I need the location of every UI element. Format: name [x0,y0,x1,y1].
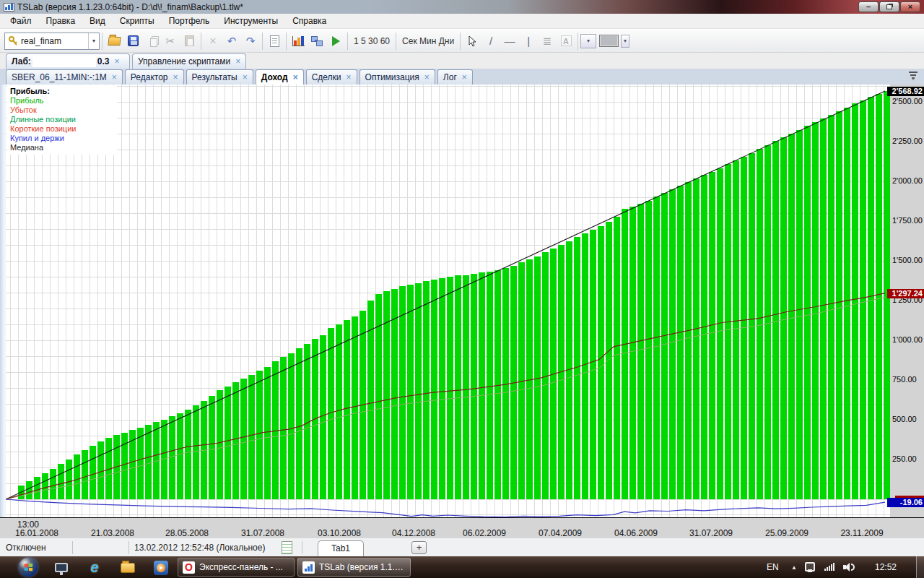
delete-button[interactable]: × [204,32,222,51]
desktop: TSLab (версия 1.1.23.0:64bit) - D:\d\!_f… [0,0,924,578]
language-indicator[interactable]: EN [767,562,779,572]
network-icon[interactable] [824,563,834,571]
add-workspace-button[interactable]: + [411,541,427,554]
diagonal-line-icon: / [489,35,492,46]
minimize-button[interactable]: – [858,1,879,12]
close-icon[interactable]: × [462,73,467,82]
show-desktop-button[interactable] [916,556,924,578]
vertical-line-icon: | [527,35,530,46]
restore-button[interactable] [879,1,899,12]
undo-button[interactable]: ↶ [222,32,241,51]
legend-item-profit[interactable]: Прибыль [10,96,117,105]
workspace-tab[interactable]: Tab1 [318,540,364,557]
close-icon[interactable]: × [115,57,120,66]
close-icon[interactable]: × [346,73,352,82]
taskbar-ie-icon[interactable]: e [84,558,105,577]
close-button[interactable]: × [900,1,920,12]
paste-button[interactable] [180,32,199,51]
last-value-badge: 1'297.24 [887,289,924,298]
tray-expand-icon[interactable]: ▲ [791,564,797,571]
tab-list-icon[interactable] [908,72,918,80]
legend-item-loss[interactable]: Убыток [10,105,117,115]
legend-item-median[interactable]: Медиана [10,143,117,152]
volume-icon[interactable] [843,563,856,571]
save-button[interactable] [123,32,142,51]
tab-optimization[interactable]: Оптимизация× [359,69,435,85]
tab-income[interactable]: Доход× [256,69,304,85]
schema-button[interactable] [308,32,326,51]
style-dropdown[interactable]: ▾ [580,34,596,48]
close-icon[interactable]: × [235,57,240,66]
pointer-tool[interactable] [463,32,481,51]
toolbar-overflow-dropdown[interactable]: ▾ [621,35,629,48]
legend-item-buy-and-hold[interactable]: Купил и держи [10,134,117,143]
last-value-badge: 2'568.92 [887,87,924,96]
legend-item-long-positions[interactable]: Длинные позиции [10,115,117,124]
x-axis-label: 06.02.2009 [463,528,506,538]
close-icon[interactable]: × [424,73,430,82]
start-button[interactable] [19,558,38,577]
tab-sber-agent[interactable]: SBER_06_11-1MIN:-:1M× [6,69,123,85]
chart-button[interactable] [289,32,308,51]
script-manager-tab[interactable]: Управление скриптами × [132,53,246,69]
delete-x-icon: × [209,35,217,47]
opera-icon: O [183,561,195,574]
tab-trades[interactable]: Сделки× [306,69,357,85]
status-bar: Отключен 13.02.2012 12:52:48 (Локальное)… [0,538,924,556]
menu-edit[interactable]: Правка [39,14,83,27]
timeframe-units[interactable]: Сек Мин Дни [398,36,458,46]
taskbar-clock[interactable]: 12:52 [875,562,897,572]
profit-chart[interactable]: Прибыль: ПрибыльУбытокДлинные позицииКор… [6,85,890,517]
menu-view[interactable]: Вид [82,14,113,27]
document-tab-row: SBER_06_11-1MIN:-:1M×Редактор×Результаты… [0,69,924,85]
taskbar-button-tslab[interactable]: TSLab (версия 1.1.23... [297,558,411,577]
close-icon[interactable]: × [293,73,298,82]
task-button-label: Экспресс-панель - ... [199,562,283,572]
legend-item-short-positions[interactable]: Короткие позиции [10,124,117,134]
lab-name-input[interactable] [32,56,96,67]
x-axis-label: 25.09.2009 [765,528,808,538]
action-center-icon[interactable] [805,562,815,571]
levels-tool[interactable]: ≣ [538,32,557,51]
taskbar-explorer-icon[interactable] [117,558,139,577]
lab-tab[interactable]: Лаб: 0.3 × [6,53,130,69]
windows-flag-icon [25,564,32,571]
text-a-icon: A [561,35,572,46]
tab-label: Сделки [312,72,341,82]
chevron-down-icon[interactable]: ▾ [88,33,99,49]
script-button[interactable] [265,32,284,51]
profit-bars [18,91,890,499]
taskbar-computer-icon[interactable] [51,558,72,577]
chart-canvas[interactable] [6,85,890,517]
menu-scripts[interactable]: Скрипты [113,14,162,27]
text-tool[interactable]: A [557,32,575,51]
tab-editor[interactable]: Редактор× [125,69,184,85]
color-swatch[interactable] [599,35,619,47]
redo-button[interactable]: ↷ [241,32,260,51]
save-icon [128,35,139,46]
menu-file[interactable]: Файл [3,14,39,27]
menu-tools[interactable]: Инструменты [217,14,285,27]
vline-tool[interactable]: | [519,32,538,51]
copy-button[interactable] [142,32,161,51]
log-notebook-icon[interactable] [282,541,292,554]
close-icon[interactable]: × [243,73,248,82]
line-tool[interactable]: / [481,32,500,51]
hline-tool[interactable]: — [500,32,519,51]
tab-results[interactable]: Результаты× [186,69,253,85]
cut-button[interactable]: ✂ [161,32,180,51]
taskbar-media-player-icon[interactable] [150,558,172,577]
open-button[interactable] [105,32,123,51]
close-icon[interactable]: × [173,73,178,82]
taskbar-button-opera[interactable]: O Экспресс-панель - ... [178,558,295,577]
menu-help[interactable]: Справка [285,14,334,27]
x-axis-label: 31.07.2009 [689,528,733,538]
chart-legend: Прибыль: ПрибыльУбытокДлинные позицииКор… [7,85,117,155]
account-selector[interactable]: real_finam ▾ [4,33,100,50]
menu-portfolio[interactable]: Портфель [162,14,217,27]
run-button[interactable] [326,32,345,51]
title-bar: TSLab (версия 1.1.23.0:64bit) - D:\d\!_f… [0,0,924,14]
timeframe-presets[interactable]: 1 5 30 60 [350,36,393,46]
close-icon[interactable]: × [112,73,117,82]
tab-log[interactable]: Лог× [437,69,473,85]
